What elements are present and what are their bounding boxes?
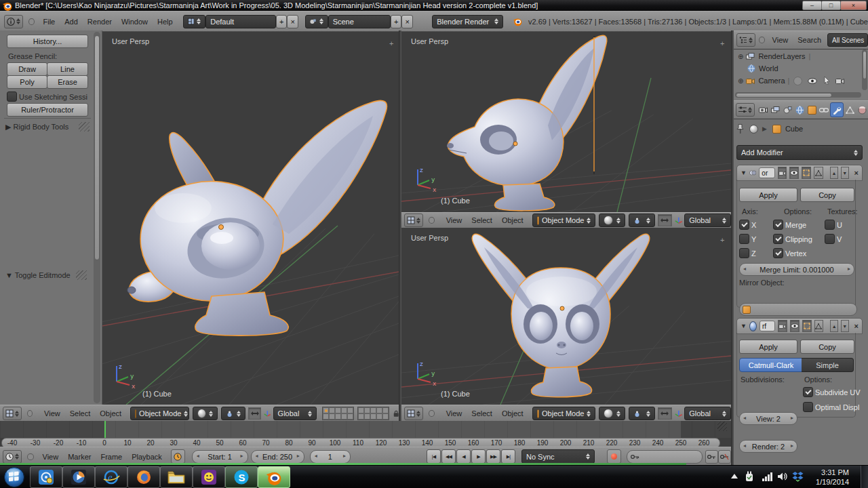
cage-toggle[interactable] [814, 320, 824, 332]
menu-object[interactable]: Object [497, 409, 528, 418]
layer-cell[interactable] [341, 413, 347, 420]
pin-icon[interactable] [736, 124, 744, 134]
taskbar-app-yahoo[interactable] [193, 466, 225, 488]
layer-cell[interactable] [370, 413, 376, 420]
shading-select[interactable] [193, 407, 218, 420]
playback-button-4[interactable]: ▶▶ [486, 449, 500, 464]
timeline-menu-frame[interactable]: Frame [96, 453, 127, 461]
use-sketching-checkbox[interactable] [7, 92, 17, 102]
playback-button-5[interactable]: ▶| [501, 449, 515, 464]
add-scene-button[interactable]: + [391, 15, 402, 28]
mirror-copy-button[interactable]: Copy [800, 188, 854, 202]
dropbox-icon[interactable] [792, 471, 804, 482]
editmode-toggle[interactable] [802, 167, 811, 179]
tab-constraints[interactable] [818, 103, 830, 117]
outliner-menu-search[interactable]: Search [793, 36, 826, 44]
tab-scene[interactable] [782, 103, 794, 117]
vertex-checkbox[interactable] [773, 248, 783, 258]
render-toggle[interactable] [778, 320, 787, 332]
layer-cell[interactable] [364, 407, 370, 413]
axis-x-checkbox[interactable] [739, 220, 749, 230]
grease-poly-button[interactable]: Poly [7, 75, 47, 89]
catmull-clark-button[interactable]: Catmull-Clark [739, 358, 803, 372]
layer-cell[interactable] [335, 407, 341, 413]
layer-cell[interactable] [382, 407, 389, 413]
header-collapse-button[interactable] [429, 217, 435, 224]
ruler-protractor-button[interactable]: Ruler/Protractor [7, 103, 88, 117]
toggle-editmode-panel[interactable]: ▼ Toggle Editmode [5, 271, 71, 279]
subdivide-uv-checkbox[interactable] [803, 387, 813, 397]
delete-modifier-button[interactable]: × [854, 169, 859, 177]
close-button[interactable]: × [840, 1, 867, 10]
minimize-button[interactable]: – [802, 1, 822, 10]
rigid-body-tools-panel[interactable]: ▶ Rigid Body Tools [5, 123, 68, 131]
start-frame-field[interactable]: ◂Start: 1▸ [192, 450, 248, 464]
region-expand-icon[interactable]: + [720, 39, 724, 47]
layer-cell[interactable] [376, 413, 382, 420]
mode-select[interactable]: Object Mode [532, 407, 596, 420]
power-plug-icon[interactable] [745, 471, 754, 483]
header-collapse-button[interactable] [27, 410, 33, 417]
texture-v-checkbox[interactable] [825, 234, 835, 244]
grease-draw-button[interactable]: Draw [7, 62, 47, 76]
layer-cell[interactable] [335, 413, 341, 420]
record-button[interactable] [607, 449, 621, 464]
expand-icon[interactable]: ⊕ [738, 77, 743, 85]
timeline-menu-marker[interactable]: Marker [63, 453, 96, 461]
mirror-modifier-header[interactable]: ▼ or ▲ ▼ × [736, 165, 863, 181]
tab-render[interactable] [757, 103, 770, 117]
tab-material[interactable] [856, 103, 868, 117]
clipping-checkbox[interactable] [773, 234, 783, 244]
menu-help[interactable]: Help [153, 18, 178, 26]
selectability-cursor-icon[interactable] [824, 77, 830, 85]
area-divider[interactable] [399, 30, 401, 421]
current-frame-playhead[interactable] [104, 421, 106, 438]
add-modifier-select[interactable]: Add Modifier [736, 145, 863, 160]
view-subdivisions-field[interactable]: ◂View: 2▸ [739, 412, 797, 425]
scene-name-field[interactable]: Scene [328, 15, 391, 28]
region-expand-icon[interactable]: + [720, 236, 724, 244]
tab-object-data[interactable] [844, 103, 856, 117]
render-toggle[interactable] [778, 167, 787, 179]
menu-select[interactable]: Select [467, 216, 497, 224]
delete-modifier-button[interactable]: × [854, 322, 859, 330]
render-subdivisions-field[interactable]: ◂Render: 2▸ [739, 440, 797, 453]
taskbar-app-firefox[interactable] [127, 466, 160, 488]
mirror-object-field[interactable] [739, 303, 857, 316]
expand-triangle-icon[interactable]: ▼ [741, 169, 747, 176]
editor-type-info-button[interactable] [4, 15, 23, 28]
outliner-menu-view[interactable]: View [768, 36, 793, 44]
scrollbar-thumb[interactable] [863, 51, 867, 79]
timeline-track[interactable] [0, 421, 731, 438]
outliner-row-world[interactable]: World [747, 63, 778, 74]
shading-select[interactable] [599, 407, 625, 420]
start-button[interactable] [3, 466, 25, 488]
keying-set-field[interactable] [627, 450, 703, 464]
viewport-visibility-toggle[interactable] [790, 320, 800, 332]
grease-erase-button[interactable]: Erase [47, 75, 88, 89]
menu-select[interactable]: Select [65, 409, 96, 418]
layer-cell[interactable] [329, 413, 335, 420]
layer-cell[interactable] [341, 407, 347, 413]
taskbar-app-blender[interactable] [258, 466, 290, 488]
menu-window[interactable]: Window [117, 18, 153, 26]
titlebar[interactable]: Blender* [C:\Users\Kao Ninjaratzu\Pictur… [0, 0, 868, 11]
move-up-button[interactable]: ▲ [830, 320, 838, 332]
merge-limit-slider[interactable]: ◂ Merge Limit: 0.001000 ▸ [739, 263, 854, 276]
delete-layout-button[interactable]: × [287, 15, 298, 28]
expand-icon[interactable]: ⊕ [738, 53, 743, 60]
scrollbar-thumb[interactable] [736, 93, 832, 98]
menu-select[interactable]: Select [467, 409, 497, 418]
menu-view[interactable]: View [441, 409, 467, 418]
visibility-eye-icon[interactable] [808, 78, 817, 84]
menu-add[interactable]: Add [60, 18, 83, 26]
pivot-select[interactable] [629, 214, 655, 227]
layer-cell[interactable] [329, 407, 335, 413]
layer-cell[interactable] [323, 407, 329, 413]
history-button[interactable]: History... [7, 35, 88, 48]
pivot-select[interactable] [629, 407, 655, 420]
header-collapse-button[interactable] [429, 410, 435, 417]
orientation-select[interactable]: Global [684, 407, 731, 420]
pivot-select[interactable] [221, 407, 246, 420]
orientation-select[interactable]: Global [273, 407, 317, 420]
